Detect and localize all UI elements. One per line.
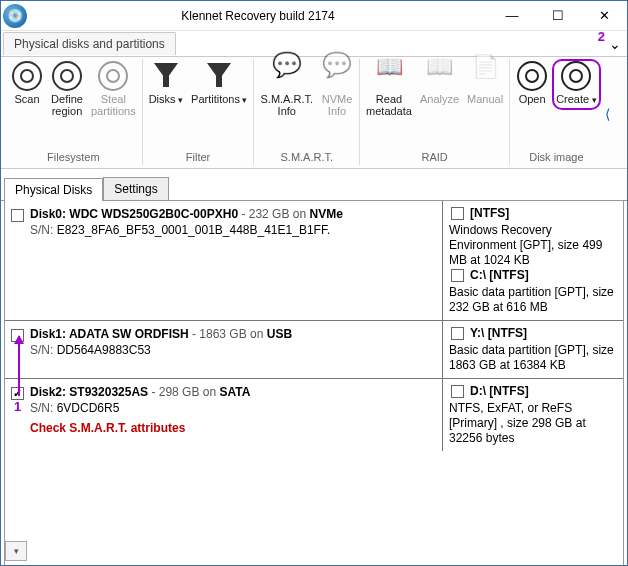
- partition-line[interactable]: [NTFS]: [449, 206, 617, 221]
- status-dropdown[interactable]: ▾: [5, 541, 27, 561]
- ribbon-group-raid: Read metadata Analyze Manual RAID: [360, 59, 510, 165]
- nvme-info-button: NVMe Info: [317, 59, 357, 117]
- ribbon-group-image: Open Create Disk image: [510, 59, 603, 165]
- partition-line[interactable]: D:\ [NTFS]: [449, 384, 617, 399]
- annotation-1: 1: [14, 399, 21, 414]
- ribbon-group-smart: S.M.A.R.T. Info NVMe Info S.M.A.R.T.: [254, 59, 360, 165]
- create-icon: [561, 61, 591, 91]
- manual-button: Manual: [463, 59, 507, 117]
- funnel-icon: [151, 61, 181, 91]
- group-label-filter: Filter: [186, 151, 210, 165]
- open-image-button[interactable]: Open: [512, 59, 552, 110]
- partition-checkbox[interactable]: [451, 207, 464, 220]
- group-label-filesystem: Filesystem: [47, 151, 100, 165]
- open-icon: [517, 61, 547, 91]
- disk-info: Disk1: ADATA SW ORDFISH - 1863 GB on USB…: [30, 326, 292, 373]
- partition-description: Basic data partition [GPT], size 1863 GB…: [449, 343, 617, 373]
- partition-line[interactable]: C:\ [NTFS]: [449, 268, 617, 283]
- smart-info-button[interactable]: S.M.A.R.T. Info: [256, 59, 317, 117]
- partition-cell: Y:\ [NTFS]Basic data partition [GPT], si…: [443, 321, 623, 378]
- disk-row: Disk1: ADATA SW ORDFISH - 1863 GB on USB…: [5, 321, 623, 379]
- tab-physical-disks[interactable]: Physical Disks: [4, 178, 103, 201]
- partition-description: NTFS, ExFAT, or ReFS [Primary] , size 29…: [449, 401, 617, 446]
- window-title: Klennet Recovery build 2174: [27, 9, 489, 23]
- partition-description: Windows Recovery Environment [GPT], size…: [449, 223, 617, 268]
- partitions-filter-button[interactable]: Partititons: [187, 59, 251, 106]
- annotation-2: 2: [598, 29, 605, 44]
- group-label-raid: RAID: [421, 151, 447, 165]
- scan-button[interactable]: Scan: [7, 59, 47, 117]
- ribbon-overflow-icon[interactable]: ⟨: [605, 106, 613, 122]
- ribbon-collapse-icon[interactable]: ⌄: [609, 36, 621, 52]
- disk-info: Disk0: WDC WDS250G2B0C-00PXH0 - 232 GB o…: [30, 206, 343, 315]
- disk-row: Disk0: WDC WDS250G2B0C-00PXH0 - 232 GB o…: [5, 201, 623, 321]
- nvme-icon: [322, 61, 352, 91]
- partition-cell: [NTFS]Windows Recovery Environment [GPT]…: [443, 201, 623, 320]
- disk-checkbox[interactable]: [11, 209, 24, 222]
- subtabs: Physical Disks Settings: [1, 177, 627, 201]
- steal-icon: [98, 61, 128, 91]
- partition-checkbox[interactable]: [451, 327, 464, 340]
- disks-panel: Disk0: WDC WDS250G2B0C-00PXH0 - 232 GB o…: [4, 201, 624, 566]
- titlebar: Klennet Recovery build 2174 — ☐ ✕: [1, 1, 627, 31]
- minimize-button[interactable]: —: [489, 1, 535, 30]
- partition-description: Basic data partition [GPT], size 232 GB …: [449, 285, 617, 315]
- manual-icon: [470, 61, 500, 91]
- funnel-icon: [204, 61, 234, 91]
- group-label-smart: S.M.A.R.T.: [280, 151, 333, 165]
- partition-line[interactable]: Y:\ [NTFS]: [449, 326, 617, 341]
- ribbon-group-filter: Disks Partititons Filter: [143, 59, 255, 165]
- group-label-image: Disk image: [529, 151, 583, 165]
- steal-partitions-button: Steal partitions: [87, 59, 140, 117]
- close-button[interactable]: ✕: [581, 1, 627, 30]
- smart-icon: [272, 61, 302, 91]
- define-region-button[interactable]: Define region: [47, 59, 87, 117]
- annotation-1-arrow: [18, 336, 20, 396]
- partition-checkbox[interactable]: [451, 385, 464, 398]
- tab-settings[interactable]: Settings: [103, 177, 168, 200]
- read-metadata-button[interactable]: Read metadata: [362, 59, 416, 117]
- target-icon: [52, 61, 82, 91]
- book-icon: [374, 61, 404, 91]
- disks-filter-button[interactable]: Disks: [145, 59, 187, 106]
- analyze-button: Analyze: [416, 59, 463, 117]
- create-image-button[interactable]: Create: [552, 59, 601, 110]
- maximize-button[interactable]: ☐: [535, 1, 581, 30]
- ribbon-tab-partitions[interactable]: Physical disks and partitions: [3, 32, 176, 55]
- ribbon-tab-row: Physical disks and partitions ⌄: [1, 31, 627, 57]
- partition-checkbox[interactable]: [451, 269, 464, 282]
- ribbon: Scan Define region Steal partitions File…: [1, 57, 627, 169]
- disk-info: Disk2: ST9320325AS - 298 GB on SATAS/N: …: [30, 384, 250, 446]
- scan-icon: [12, 61, 42, 91]
- disk-row: Disk2: ST9320325AS - 298 GB on SATAS/N: …: [5, 379, 623, 451]
- app-icon: [3, 4, 27, 28]
- analyze-icon: [424, 61, 454, 91]
- ribbon-group-filesystem: Scan Define region Steal partitions File…: [5, 59, 143, 165]
- partition-cell: D:\ [NTFS]NTFS, ExFAT, or ReFS [Primary]…: [443, 379, 623, 451]
- smart-warning[interactable]: Check S.M.A.R.T. attributes: [30, 420, 250, 436]
